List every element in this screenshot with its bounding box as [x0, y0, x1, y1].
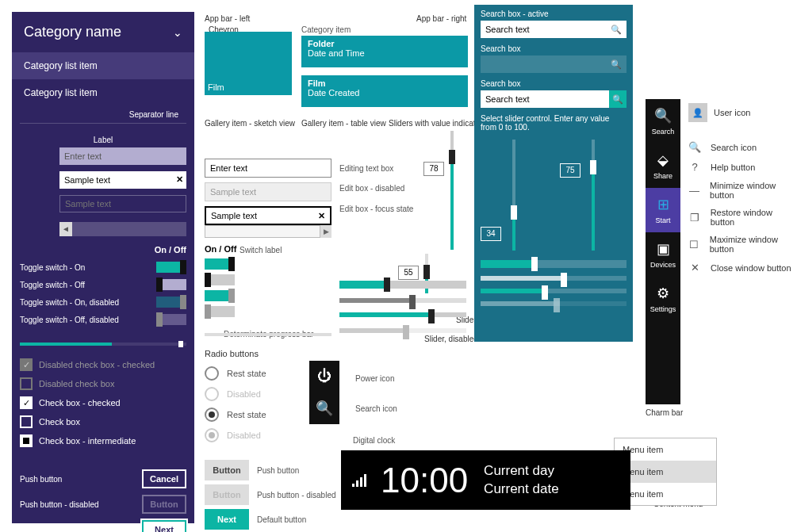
charm-devices[interactable]: ▣Devices	[646, 232, 680, 277]
charm-settings[interactable]: ⚙Settings	[646, 277, 680, 321]
gallery-sketch[interactable]: Film	[205, 32, 292, 95]
default-button[interactable]: Next	[205, 509, 249, 530]
edit-box[interactable]: Enter text	[205, 159, 331, 178]
charm-label: Start	[655, 216, 670, 224]
radio-checked[interactable]	[205, 408, 219, 422]
clock-date: Current date	[484, 480, 559, 498]
search-text: Search text	[485, 25, 530, 34]
scroll-track[interactable]	[205, 225, 320, 238]
category-list-item[interactable]: Category list item	[12, 52, 194, 79]
chevron-down-icon: ⌄	[173, 26, 182, 39]
switch-label: Switch label	[239, 246, 282, 255]
toggle-on[interactable]	[156, 262, 186, 273]
search-box[interactable]: 🔍	[481, 55, 626, 73]
charm-label: Search	[652, 128, 675, 136]
film-title: Film	[308, 78, 326, 88]
charm-start[interactable]: ⊞Start	[646, 188, 680, 232]
charm-share[interactable]: ⬙Share	[646, 144, 680, 188]
toggle-off[interactable]	[156, 279, 186, 290]
search-icon[interactable]: 🔍	[611, 25, 622, 35]
clear-icon[interactable]: ✕	[318, 211, 325, 221]
radio-label: Disabled	[227, 389, 261, 399]
charm-bar-label: Charm bar	[646, 408, 683, 417]
film-subtitle: Date Created	[308, 88, 359, 98]
horizontal-slider[interactable]	[481, 260, 626, 268]
checkbox-label: Check box - checked	[39, 398, 121, 408]
scroll-track[interactable]	[72, 222, 186, 236]
horizontal-slider[interactable]	[339, 281, 466, 289]
clock-day: Current day	[484, 462, 559, 480]
scroll-right-icon[interactable]: ▶	[320, 225, 331, 238]
signal-icon	[352, 474, 366, 487]
legend-label: Close window button	[711, 263, 791, 273]
film-item[interactable]: FilmDate Created	[301, 75, 468, 107]
cancel-button[interactable]: Cancel	[142, 469, 186, 488]
close-icon: ✕	[688, 262, 701, 274]
folder-title: Folder	[308, 39, 335, 48]
app-bar-left: Category name ⌄ Category list item Categ…	[12, 12, 194, 523]
scroll-control[interactable]: ◄	[59, 222, 186, 236]
legend-label: Minimize window button	[710, 181, 797, 200]
checkbox-label: Disabled check box	[39, 379, 114, 388]
toggle-on[interactable]	[205, 258, 235, 270]
edit-text: Sample text	[210, 187, 256, 197]
slider-value: 75	[560, 163, 581, 178]
search-icon[interactable]: 🔍	[611, 59, 622, 70]
category-title: Category name	[24, 24, 121, 40]
textbox-outline[interactable]	[59, 195, 186, 212]
radio-header: Radio buttons	[205, 349, 266, 358]
push-button[interactable]: Button	[205, 460, 249, 480]
vertical-slider[interactable]	[592, 140, 595, 251]
appbar-right-label: App bar - right	[416, 14, 466, 23]
search-icon[interactable]: 🔍	[316, 400, 333, 417]
legend-label: Restore window button	[711, 208, 797, 227]
onoff-header: On / Off	[205, 244, 236, 254]
horizontal-slider[interactable]	[481, 276, 626, 281]
category-header[interactable]: Category name ⌄	[12, 12, 194, 52]
edit-text: Enter text	[210, 163, 247, 173]
scroll-left-icon[interactable]: ◄	[59, 222, 72, 236]
toggle-label: Toggle switch - On, disabled	[20, 298, 119, 307]
app-bar-right: Search box - active Search text🔍 Search …	[474, 5, 633, 342]
slider-hint: Select slider control. Enter any value f…	[481, 114, 626, 132]
charm-search[interactable]: 🔍Search	[646, 99, 680, 144]
next-button[interactable]: Next	[142, 520, 186, 532]
gear-icon: ⚙	[657, 285, 669, 302]
checkbox-disabled-checked	[20, 358, 33, 371]
checkbox-checked[interactable]	[20, 396, 33, 409]
button-label: Push button - disabled	[257, 491, 336, 499]
radio-label: Rest state	[227, 410, 266, 419]
checkbox-intermediate[interactable]	[20, 434, 33, 447]
slider-disabled-label: Slider, disabled	[424, 335, 478, 343]
clear-icon[interactable]: ✕	[176, 174, 183, 185]
folder-item[interactable]: FolderDate and Time	[301, 36, 468, 67]
digital-clock: 10:00 Current dayCurrent date	[341, 450, 630, 510]
horizontal-slider[interactable]	[339, 312, 466, 317]
vertical-slider[interactable]	[450, 131, 454, 250]
textbox-placeholder[interactable]	[59, 147, 186, 165]
vertical-slider[interactable]	[512, 140, 515, 251]
horizontal-slider[interactable]	[339, 298, 466, 303]
search-box-active[interactable]: Search text🔍	[481, 21, 626, 38]
edit-box-focus[interactable]: Sample text✕	[205, 206, 331, 225]
radio-label: Rest state	[227, 369, 266, 378]
radio-label: Disabled	[227, 431, 261, 440]
separator-line: Separator line	[20, 106, 186, 124]
category-list-item[interactable]: Category list item	[12, 79, 194, 106]
textbox-filled[interactable]	[59, 171, 186, 189]
scroll-control[interactable]: ▶	[205, 225, 331, 238]
search-box-accent[interactable]: Search text🔍	[481, 90, 626, 108]
power-icon[interactable]: ⏻	[317, 368, 331, 385]
search-button[interactable]: 🔍	[609, 90, 626, 108]
checkbox-label: Disabled check box - checked	[39, 360, 155, 369]
checkbox[interactable]	[20, 415, 33, 428]
label-header: Label	[12, 136, 194, 144]
maximize-icon: ☐	[688, 239, 700, 251]
radio-rest[interactable]	[205, 366, 219, 381]
toggle-off[interactable]	[205, 274, 235, 285]
horizontal-slider[interactable]	[481, 289, 626, 293]
appbar-left-label: App bar - left	[205, 14, 250, 23]
edit-text: Sample text	[211, 211, 257, 220]
searchbox-label: Search box	[481, 79, 626, 88]
film-label: Film	[208, 82, 224, 92]
